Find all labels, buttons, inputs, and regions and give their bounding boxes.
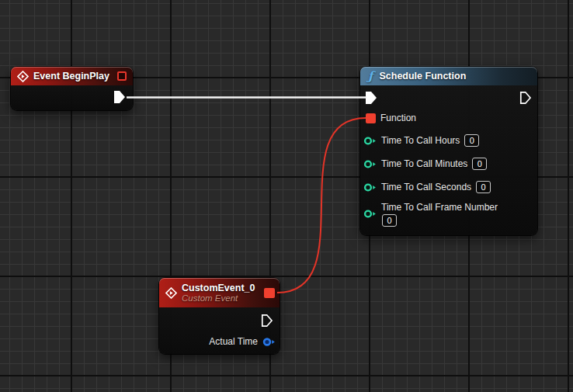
- exec-in-pin[interactable]: [365, 91, 377, 105]
- pin-row-minutes: Time To Call Minutes 0: [363, 158, 487, 170]
- node-header[interactable]: Event BeginPlay: [11, 67, 133, 85]
- value-input[interactable]: 0: [464, 134, 479, 147]
- graph-canvas[interactable]: Event BeginPlay ƒ Schedule Function F: [0, 0, 573, 392]
- node-title: Schedule Function: [379, 71, 466, 82]
- event-diamond-icon: [17, 71, 29, 82]
- node-schedule-function[interactable]: ƒ Schedule Function Function Tim: [360, 67, 537, 235]
- integer-pin[interactable]: [363, 182, 377, 193]
- node-subtitle: Custom Event: [182, 293, 255, 304]
- pin-label: Time To Call Minutes: [381, 158, 467, 169]
- pin-label: Time To Call Frame Number: [381, 202, 498, 213]
- pin-label: Function: [380, 113, 416, 123]
- integer-pin[interactable]: [363, 209, 377, 219]
- exec-out-pin[interactable]: [261, 314, 273, 328]
- exec-out-pin[interactable]: [113, 90, 126, 104]
- node-title-block: CustomEvent_0 Custom Event: [182, 283, 255, 304]
- value-input[interactable]: 0: [476, 181, 491, 193]
- node-event-beginplay[interactable]: Event BeginPlay: [11, 67, 133, 110]
- exec-out-pin[interactable]: [519, 91, 532, 105]
- pin-row-seconds: Time To Call Seconds 0: [363, 181, 491, 193]
- pin-row-function: Function: [366, 112, 416, 124]
- event-diamond-icon: [165, 287, 177, 299]
- node-custom-event[interactable]: CustomEvent_0 Custom Event Actual Time: [159, 278, 280, 354]
- pin-row-hours: Time To Call Hours 0: [363, 134, 479, 147]
- node-header[interactable]: CustomEvent_0 Custom Event: [159, 278, 280, 307]
- pin-label: Time To Call Hours: [381, 135, 460, 146]
- value-input[interactable]: 0: [472, 158, 487, 170]
- node-title: CustomEvent_0: [182, 283, 255, 293]
- pin-label: Actual Time: [209, 336, 258, 347]
- delegate-pin[interactable]: [117, 71, 127, 81]
- pin-row-actual-time: Actual Time: [209, 335, 276, 348]
- delegate-wire[interactable]: [277, 118, 366, 293]
- pin-label: Time To Call Seconds: [381, 182, 471, 193]
- integer-pin[interactable]: [363, 159, 377, 169]
- integer-pin[interactable]: [363, 136, 377, 146]
- value-input[interactable]: 0: [382, 214, 397, 227]
- delegate-pin[interactable]: [264, 288, 275, 298]
- delegate-pin[interactable]: [366, 113, 376, 123]
- function-f-icon: ƒ: [366, 71, 374, 82]
- node-header[interactable]: ƒ Schedule Function: [360, 67, 537, 85]
- node-title: Event BeginPlay: [33, 71, 109, 82]
- object-pin[interactable]: [262, 337, 276, 347]
